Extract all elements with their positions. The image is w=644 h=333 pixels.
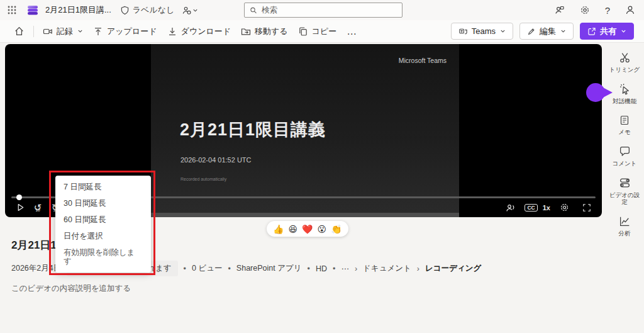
add-description-link[interactable]: このビデオの内容説明を追加する [11, 283, 489, 294]
slide-note: Recorded automatically [180, 177, 226, 181]
rail-label: 分析 [609, 230, 640, 237]
play-button[interactable] [11, 200, 29, 215]
move-folder-icon [241, 26, 251, 37]
upload-button[interactable]: アップロード [88, 23, 162, 40]
move-label: 移動する [255, 26, 288, 37]
video-frame: Microsoft Teams 2月21日1限目講義 2026-02-04 01… [151, 44, 459, 217]
right-panel-rail: トリミング 対話機能 メモ コメント ビデオの設定 分析 [605, 52, 644, 237]
shared-people-menu[interactable] [182, 6, 198, 15]
share-label: 共有 [600, 26, 616, 37]
rail-label: メモ [609, 128, 640, 136]
teams-button[interactable]: Teams [451, 23, 513, 40]
dot-separator: • [333, 264, 335, 273]
record-label: 記録 [57, 26, 73, 37]
view-count: 0 ビュー [192, 263, 223, 274]
transcript-voice-button[interactable] [502, 200, 519, 215]
home-button[interactable] [9, 23, 30, 40]
breadcrumb-separator: › [355, 264, 357, 273]
captions-button[interactable]: CC [525, 204, 537, 212]
source-app: SharePoint アプリ [236, 263, 302, 274]
shield-icon [120, 6, 130, 15]
search-icon [250, 6, 257, 14]
suite-header-actions: ? [555, 0, 635, 20]
teams-label: Teams [472, 26, 496, 36]
download-button[interactable]: ダウンロード [162, 23, 236, 40]
person-sync-icon [182, 6, 191, 15]
record-button[interactable]: 記録 [38, 23, 88, 40]
rail-item-video-settings[interactable]: ビデオの設定 [609, 177, 640, 206]
breadcrumb-documents[interactable]: ドキュメント [363, 263, 411, 274]
analytics-chart-icon [619, 215, 631, 227]
edit-label: 編集 [540, 26, 556, 37]
sensitivity-label[interactable]: ラベルなし [120, 4, 175, 16]
upload-icon [93, 26, 103, 37]
document-title[interactable]: 2月21日1限目講... [45, 4, 111, 16]
teams-icon [458, 26, 468, 36]
rail-item-interactivity[interactable]: 対話機能 [609, 83, 640, 105]
rail-label: コメント [609, 160, 640, 167]
reaction-heart[interactable]: ❤️ [302, 225, 313, 234]
rail-item-notes[interactable]: メモ [609, 115, 640, 136]
expiration-dropdown-menu: 7 日間延長 30 日間延長 60 日間延長 日付を選択 有効期限を削除します [55, 176, 151, 273]
chevron-down-icon [560, 28, 566, 34]
chevron-down-icon [192, 8, 198, 13]
reactions-bar: 👍 😆 ❤️ 😮 👏 [267, 221, 348, 237]
chevron-down-icon [500, 28, 506, 34]
player-settings-gear-icon[interactable] [555, 200, 573, 215]
chevron-down-icon [77, 28, 83, 34]
menu-item-pick-date[interactable]: 日付を選択 [55, 228, 151, 244]
teaching-callout-pointer [586, 81, 613, 104]
rail-label: ビデオの設定 [609, 191, 640, 206]
dot-separator: • [308, 264, 310, 273]
help-icon[interactable]: ? [605, 6, 610, 15]
search-input[interactable] [262, 6, 397, 14]
rail-item-analytics[interactable]: 分析 [609, 215, 640, 237]
search-box[interactable] [244, 3, 402, 18]
fullscreen-button[interactable] [578, 200, 596, 215]
teams-watermark: Microsoft Teams [399, 57, 447, 64]
breadcrumb-recordings[interactable]: レコーディング [425, 263, 481, 274]
reaction-like[interactable]: 👍 [273, 225, 284, 234]
sensitivity-label-text: ラベルなし [133, 4, 175, 16]
settings-gear-icon[interactable] [580, 5, 590, 15]
app-launcher-icon[interactable] [5, 3, 19, 17]
playback-speed-button[interactable]: 1x [543, 204, 550, 212]
skip-back-button[interactable]: ↺ 10 [29, 200, 47, 215]
move-button[interactable]: 移動する [236, 23, 293, 40]
reaction-laugh[interactable]: 😆 [288, 225, 297, 234]
slide-datetime: 2026-02-04 01:52 UTC [180, 156, 252, 164]
download-icon [167, 26, 177, 37]
rail-label: 対話機能 [609, 98, 640, 105]
reaction-surprised[interactable]: 😮 [318, 225, 327, 234]
reaction-applause[interactable]: 👏 [331, 225, 341, 234]
rail-item-trim[interactable]: トリミング [609, 52, 640, 74]
command-bar-right: Teams 編集 共有 [451, 23, 634, 40]
toolbar-divider [33, 26, 34, 37]
rail-item-comments[interactable]: コメント [609, 145, 640, 167]
slide-title: 2月21日1限目講義 [180, 118, 326, 141]
menu-item-extend-30[interactable]: 30 日間延長 [55, 195, 151, 212]
breadcrumb-overflow[interactable]: ⋯ [341, 264, 349, 273]
menu-item-extend-7[interactable]: 7 日間延長 [55, 179, 151, 195]
comment-bubble-icon [619, 145, 631, 157]
command-bar: 記録 アップロード ダウンロード 移動する コピー … [0, 20, 644, 43]
notepad-icon [619, 115, 630, 126]
account-person-icon[interactable] [625, 5, 635, 15]
copy-icon [298, 26, 308, 37]
edit-button[interactable]: 編集 [519, 23, 574, 40]
publish-date: 2026年2月4日 [11, 263, 61, 274]
menu-item-remove-expiration[interactable]: 有効期限を削除します [55, 244, 151, 269]
quality-badge: HD [316, 264, 327, 273]
menu-item-extend-60[interactable]: 60 日間延長 [55, 212, 151, 228]
share-icon [587, 27, 596, 36]
cursor-sparkle-icon [619, 83, 631, 95]
more-commands-button[interactable]: … [341, 23, 362, 40]
dot-separator: • [228, 264, 230, 273]
copy-button[interactable]: コピー [293, 23, 342, 40]
stream-logo-icon[interactable] [26, 4, 39, 16]
record-camera-icon [43, 26, 53, 37]
share-button[interactable]: 共有 [580, 23, 634, 40]
people-icon[interactable] [555, 5, 565, 15]
player-controls-right: CC 1x [502, 200, 596, 215]
suite-header: 2月21日1限目講... ラベルなし [0, 0, 644, 20]
